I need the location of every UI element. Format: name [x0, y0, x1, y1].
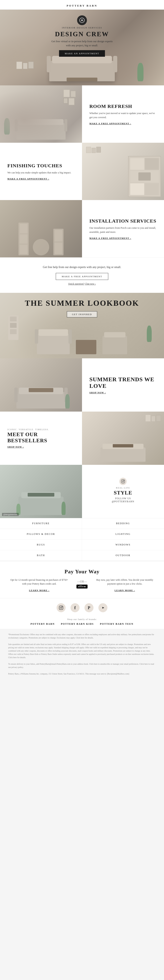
- installation-description: Our installation partners from Porch can…: [89, 226, 157, 234]
- facebook-social-button[interactable]: f: [70, 603, 80, 612]
- bestsellers-image: [82, 412, 164, 465]
- pay-section: Pay Your Way Opt for 12-month special fi…: [0, 561, 164, 598]
- reallife-section: @designinteriors REAL-LIFE STYLE FOLLOW …: [0, 465, 164, 518]
- reallife-text: REAL-LIFE STYLE FOLLOW US @POTTERYBARN: [82, 465, 164, 518]
- installation-section: INSTALLATION SERVICES Our installation p…: [0, 200, 164, 258]
- installation-cta[interactable]: MAKE A FREE APPOINTMENT ›: [89, 237, 157, 239]
- chat-cta: Chat now ›: [85, 282, 96, 285]
- brand-potterybarn-kids[interactable]: POTTERY BARN KIDS: [61, 622, 94, 625]
- pay-title: Pay Your Way: [8, 569, 156, 575]
- design-crew-text-overlay: INTERIOR DESIGN SERVICES DESIGN CREW Get…: [51, 15, 113, 57]
- design-crew-cta-button[interactable]: MAKE AN APPOINTMENT: [59, 50, 105, 57]
- summer-trends-section: SUMMER TRENDS WE LOVE SHOP NOW ›: [0, 358, 164, 412]
- summer-trends-image: [0, 358, 82, 412]
- room-refresh-section: ROOM REFRESH Whether you've just moved o…: [0, 85, 164, 143]
- design-crew-title: DESIGN CREW: [51, 30, 113, 38]
- reallife-follow-text: FOLLOW US @POTTERYBARN: [112, 497, 134, 503]
- design-crew-description: Get free virtual or in-person help from …: [51, 39, 113, 47]
- chat-prefix: Quick question?: [68, 282, 84, 285]
- brand-family: Shop our family of brands: POTTERY BARN …: [0, 616, 164, 629]
- brand-logo: POTTERY BARN: [67, 4, 97, 7]
- bestsellers-text: ICONIC. VERSATILE. TIMELESS. MEET OUR BE…: [0, 412, 82, 465]
- svg-point-0: [80, 18, 84, 22]
- finishing-touches-section: FINISHING TOUCHES We can help you make s…: [0, 143, 164, 200]
- room-refresh-cta[interactable]: MAKE A FREE APPOINTMENT ›: [89, 122, 157, 125]
- brand-potterybarn[interactable]: POTTERY BARN: [30, 622, 55, 625]
- pinterest-social-icon: P: [88, 606, 90, 610]
- youtube-social-button[interactable]: [99, 603, 107, 612]
- summer-trends-text: SUMMER TRENDS WE LOVE SHOP NOW ›: [82, 358, 164, 412]
- nav-link-rugs[interactable]: RUGS: [0, 539, 82, 550]
- finishing-touches-description: We can help you make simple updates that…: [7, 170, 75, 175]
- bestsellers-title: MEET OUR BESTSELLERS: [7, 431, 75, 444]
- nav-link-pillows-decor[interactable]: PILLOWS & DECOR: [0, 529, 82, 539]
- nav-link-lighting[interactable]: LIGHTING: [82, 529, 164, 539]
- bestsellers-section: ICONIC. VERSATILE. TIMELESS. MEET OUR BE…: [0, 412, 164, 465]
- pay-affirm-col: Buy now, pay later with Affirm. You deci…: [94, 578, 156, 592]
- nav-link-windows[interactable]: WINDOWS: [82, 539, 164, 550]
- pay-credit-col: Opt for 12-month special financing on pu…: [8, 578, 70, 592]
- pay-affirm-text: Buy now, pay later with Affirm. You deci…: [96, 578, 154, 586]
- reallife-image: @designinteriors: [0, 465, 82, 518]
- design-crew-section: INTERIOR DESIGN SERVICES DESIGN CREW Get…: [0, 10, 164, 85]
- nav-link-bath[interactable]: BATH: [0, 550, 82, 561]
- summer-trends-title: SUMMER TRENDS WE LOVE: [89, 376, 157, 389]
- free-help-cta-button[interactable]: MAKE A FREE APPOINTMENT: [56, 273, 108, 280]
- lookbook-overlay: THE SUMMER LOOKBOOK GET INSPIRED: [25, 293, 139, 317]
- reallife-title: STYLE: [114, 490, 132, 496]
- nav-links-grid: FURNITURE BEDDING PILLOWS & DECOR LIGHTI…: [0, 518, 164, 561]
- nav-link-bedding[interactable]: BEDDING: [82, 518, 164, 529]
- affirm-badge-container: affirm: [76, 585, 88, 589]
- instagram-tag: @designinteriors: [2, 513, 19, 516]
- room-refresh-text: ROOM REFRESH Whether you've just moved o…: [82, 85, 164, 143]
- room-refresh-image: [0, 85, 82, 143]
- lookbook-title: THE SUMMER LOOKBOOK: [25, 299, 139, 307]
- instagram-icon: [119, 478, 127, 485]
- brand-potterybarn-teen[interactable]: POTTERY BARN TEEN: [100, 622, 134, 625]
- pay-credit-text: Opt for 12-month special financing on pu…: [10, 578, 68, 586]
- finishing-touches-text: FINISHING TOUCHES We can help you make s…: [0, 143, 82, 200]
- finishing-touches-image: [82, 143, 164, 200]
- installation-image: [0, 200, 82, 258]
- chat-link[interactable]: Quick question? Chat now ›: [12, 282, 152, 285]
- bestsellers-tagline: ICONIC. VERSATILE. TIMELESS.: [7, 428, 75, 431]
- youtube-social-icon: [101, 606, 105, 610]
- header: POTTERY BARN: [0, 0, 164, 10]
- instagram-social-button[interactable]: [57, 603, 65, 612]
- summer-trends-cta[interactable]: SHOP NOW ›: [89, 391, 157, 394]
- reallife-tagline: REAL-LIFE: [116, 487, 130, 489]
- installation-text: INSTALLATION SERVICES Our installation p…: [82, 200, 164, 258]
- bestsellers-cta[interactable]: SHOP NOW ›: [7, 445, 75, 448]
- room-refresh-title: ROOM REFRESH: [89, 103, 157, 109]
- design-crew-subtitle: INTERIOR DESIGN SERVICES: [51, 26, 113, 29]
- installation-title: INSTALLATION SERVICES: [89, 218, 157, 224]
- brand-links: POTTERY BARN POTTERY BARN KIDS POTTERY B…: [0, 622, 164, 625]
- design-crew-hero-image: INTERIOR DESIGN SERVICES DESIGN CREW Get…: [0, 10, 164, 85]
- instagram-social-icon: [59, 606, 63, 610]
- finishing-touches-title: FINISHING TOUCHES: [7, 163, 75, 169]
- pinterest-social-button[interactable]: P: [84, 603, 94, 612]
- pay-affirm-cta[interactable]: LEARN MORE ›: [115, 589, 135, 592]
- svg-point-3: [123, 480, 124, 482]
- room-refresh-description: Whether you've just moved or want to upd…: [89, 111, 157, 119]
- svg-point-4: [124, 480, 124, 480]
- svg-rect-2: [121, 480, 125, 483]
- legal-text: *Promotional Exclusions: Offers may not …: [8, 633, 156, 676]
- social-section: f P: [0, 598, 164, 616]
- nav-link-outdoor[interactable]: OUTDOOR: [82, 550, 164, 561]
- legal-section: *Promotional Exclusions: Offers may not …: [0, 629, 164, 679]
- design-icon: [79, 18, 85, 23]
- finishing-touches-cta[interactable]: MAKE A FREE APPOINTMENT ›: [7, 178, 75, 180]
- svg-rect-5: [59, 606, 63, 609]
- pay-columns: Opt for 12-month special financing on pu…: [8, 578, 156, 592]
- brand-family-prompt: Shop our family of brands:: [0, 618, 164, 620]
- pay-credit-cta[interactable]: LEARN MORE ›: [29, 589, 49, 592]
- lookbook-cta-button[interactable]: GET INSPIRED: [67, 311, 97, 317]
- nav-link-furniture[interactable]: FURNITURE: [0, 518, 82, 529]
- pay-or-divider: —OR— affirm: [75, 578, 90, 592]
- lookbook-section: THE SUMMER LOOKBOOK GET INSPIRED: [0, 293, 164, 358]
- email-wrapper: POTTERY BARN: [0, 0, 164, 679]
- pay-or-label: —OR—: [77, 580, 87, 583]
- svg-point-6: [60, 607, 62, 609]
- svg-marker-8: [102, 607, 104, 609]
